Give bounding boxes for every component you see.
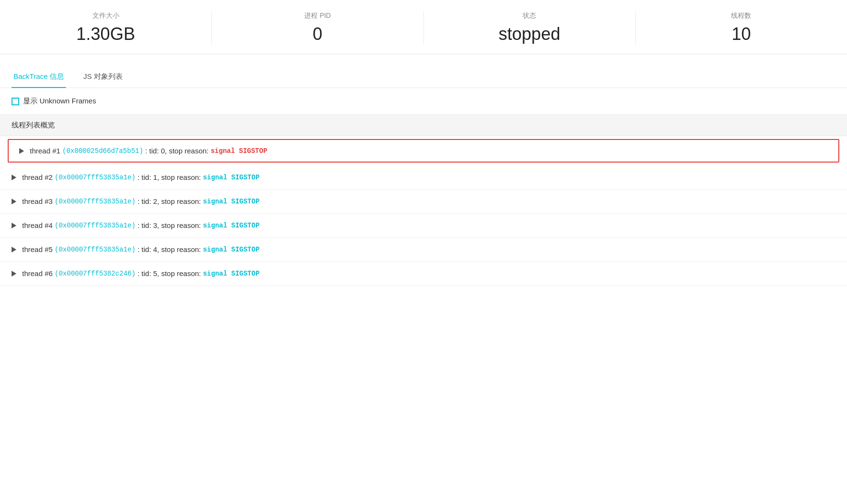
unknown-frames-checkbox[interactable] (12, 98, 19, 105)
thread-addr-5: (0x00007fff53835a1e) (55, 246, 136, 253)
thread-number-5: thread #5 (22, 245, 55, 253)
thread-separator-1: : tid: 0, stop reason: (143, 147, 211, 155)
pid-label: 进程 PID (304, 12, 331, 20)
thread-number-4: thread #4 (22, 221, 55, 229)
thread-reason-1: signal SIGSTOP (211, 147, 268, 155)
status-value: stopped (499, 24, 560, 44)
thread-row-2[interactable]: thread #2 (0x00007fff53835a1e) : tid: 1,… (0, 165, 847, 189)
stats-bar: 文件大小 1.30GB 进程 PID 0 状态 stopped 线程数 10 (0, 0, 847, 54)
thread-separator-4: : tid: 3, stop reason: (136, 221, 203, 229)
thread-reason-2: signal SIGSTOP (203, 174, 260, 181)
expand-icon-5 (12, 247, 16, 252)
thread-addr-4: (0x00007fff53835a1e) (55, 222, 136, 229)
stat-status: 状态 stopped (424, 12, 636, 44)
thread-list: thread #1 (0x000025d66d7a5b51) : tid: 0,… (0, 139, 847, 286)
tab-bar: BackTrace 信息 JS 对象列表 (0, 66, 847, 88)
unknown-frames-label: 显示 Unknown Frames (23, 97, 96, 106)
expand-icon-1 (19, 148, 24, 154)
thread-separator-3: : tid: 2, stop reason: (136, 197, 203, 205)
expand-icon-3 (12, 199, 16, 204)
thread-row-5[interactable]: thread #5 (0x00007fff53835a1e) : tid: 4,… (0, 238, 847, 262)
filter-row: 显示 Unknown Frames (0, 88, 847, 114)
thread-reason-6: signal SIGSTOP (203, 270, 260, 277)
thread-count-value: 10 (732, 24, 751, 44)
thread-row-1[interactable]: thread #1 (0x000025d66d7a5b51) : tid: 0,… (8, 139, 839, 163)
unknown-frames-filter[interactable]: 显示 Unknown Frames (12, 97, 96, 106)
thread-reason-4: signal SIGSTOP (203, 222, 260, 229)
expand-icon-2 (12, 175, 16, 180)
thread-addr-2: (0x00007fff53835a1e) (55, 174, 136, 181)
thread-number-6: thread #6 (22, 269, 55, 277)
thread-addr-1: (0x000025d66d7a5b51) (63, 147, 143, 155)
pid-value: 0 (313, 24, 322, 44)
thread-count-label: 线程数 (731, 12, 751, 20)
tab-js-objects[interactable]: JS 对象列表 (81, 66, 125, 88)
thread-row-3[interactable]: thread #3 (0x00007fff53835a1e) : tid: 2,… (0, 189, 847, 214)
status-label: 状态 (523, 12, 536, 20)
thread-row-6[interactable]: thread #6 (0x00007fff5382c246) : tid: 5,… (0, 262, 847, 286)
thread-separator-6: : tid: 5, stop reason: (136, 269, 203, 277)
thread-list-header: 线程列表概览 (0, 114, 847, 136)
thread-reason-5: signal SIGSTOP (203, 246, 260, 253)
thread-separator-5: : tid: 4, stop reason: (136, 245, 203, 253)
file-size-label: 文件大小 (92, 12, 119, 20)
thread-addr-6: (0x00007fff5382c246) (55, 270, 136, 277)
thread-addr-3: (0x00007fff53835a1e) (55, 198, 136, 205)
file-size-value: 1.30GB (77, 24, 135, 44)
stat-pid: 进程 PID 0 (212, 12, 424, 44)
expand-icon-4 (12, 223, 16, 228)
tab-backtrace[interactable]: BackTrace 信息 (12, 66, 66, 88)
expand-icon-6 (12, 271, 16, 277)
thread-number-2: thread #2 (22, 173, 55, 181)
thread-number-3: thread #3 (22, 197, 55, 205)
thread-separator-2: : tid: 1, stop reason: (136, 173, 203, 181)
stat-thread-count: 线程数 10 (636, 12, 847, 44)
thread-reason-3: signal SIGSTOP (203, 198, 260, 205)
thread-row-4[interactable]: thread #4 (0x00007fff53835a1e) : tid: 3,… (0, 214, 847, 238)
stat-file-size: 文件大小 1.30GB (0, 12, 212, 44)
thread-number-1: thread #1 (30, 147, 63, 155)
